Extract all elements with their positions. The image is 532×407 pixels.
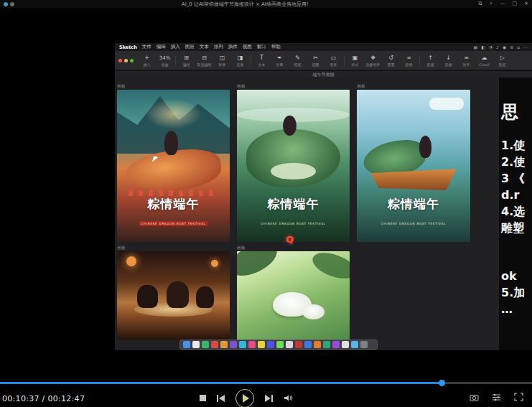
- status-icon-2[interactable]: ◔: [489, 45, 493, 50]
- menu-arrange[interactable]: 排列: [214, 44, 223, 50]
- dock-app-icon[interactable]: [351, 341, 358, 348]
- toolbar-cloud[interactable]: ☁ Cloud: [477, 55, 492, 67]
- document-title[interactable]: 端午节海报: [115, 71, 532, 78]
- close-traffic-icon[interactable]: [118, 59, 122, 62]
- play-button[interactable]: [235, 389, 254, 407]
- playlist-button[interactable]: [492, 393, 501, 401]
- toolbar-shape[interactable]: ▭ 形状: [326, 55, 341, 67]
- minimize-traffic-icon[interactable]: [124, 59, 128, 62]
- snapshot-button[interactable]: [470, 393, 479, 401]
- dock-app-icon[interactable]: [220, 341, 228, 348]
- toolbar-ungroup[interactable]: ⊟ 取消编组: [197, 55, 212, 67]
- image-art-lantern: [126, 256, 136, 266]
- toolbar-link[interactable]: ∞ 链接: [401, 55, 416, 67]
- artboard-label[interactable]: 画板: [117, 83, 126, 88]
- dock-app-icon[interactable]: [230, 341, 237, 348]
- dock-app-icon[interactable]: [202, 341, 209, 348]
- toolbar-backward[interactable]: ↓ 后移: [441, 55, 456, 67]
- dock-app-icon[interactable]: [211, 341, 218, 348]
- dock-app-icon[interactable]: [239, 341, 246, 348]
- menu-window[interactable]: 窗口: [257, 44, 266, 50]
- sketch-canvas[interactable]: 画板 画板 画板 画板 画板 粽情端午 CHINESE DRAGON BOAT …: [115, 78, 499, 350]
- status-icon-7[interactable]: ⋯: [523, 45, 528, 50]
- dock-app-icon[interactable]: [314, 341, 321, 348]
- artboard-label[interactable]: 画板: [237, 83, 246, 88]
- poster-dragon-boat-3[interactable]: 粽情端午 CHINESE DRAGON BOAT FESTIVAL: [357, 90, 470, 242]
- toolbar-subtract[interactable]: ◨ 差集: [233, 55, 248, 67]
- toolbar-text[interactable]: T 文本: [254, 55, 269, 67]
- toolbar-preview[interactable]: ▷ 预览: [495, 55, 510, 67]
- toolbar-group[interactable]: ⊞ 编组: [179, 55, 194, 67]
- toolbar-vector[interactable]: ✒ 矢量: [272, 55, 287, 67]
- plus-icon: +: [144, 55, 149, 62]
- toolbar-union[interactable]: ◫ 联集: [215, 55, 230, 67]
- fullscreen-button[interactable]: [514, 393, 523, 401]
- status-icon-4[interactable]: ◉: [503, 45, 506, 50]
- toolbar-align[interactable]: ≡ 对齐: [459, 55, 474, 67]
- status-icon-0[interactable]: ▤: [473, 45, 477, 50]
- menu-edit[interactable]: 编辑: [157, 44, 166, 50]
- menu-insert[interactable]: 插入: [171, 44, 180, 50]
- progress-knob[interactable]: [439, 380, 445, 386]
- toolbar-insert[interactable]: + 插入: [139, 55, 154, 67]
- arrow-down-icon: ↓: [446, 55, 451, 62]
- note-line: 1.使: [501, 137, 532, 154]
- status-icon-3[interactable]: ♪: [496, 45, 499, 50]
- toolbar-pencil[interactable]: ✎ 铅笔: [290, 55, 305, 67]
- status-icon-6[interactable]: ⌂: [517, 45, 520, 50]
- status-icon-1[interactable]: ◧: [481, 45, 485, 50]
- image-leaves-dumpling[interactable]: [237, 251, 350, 340]
- dock-app-icon[interactable]: [332, 341, 340, 348]
- toolbar-slice[interactable]: ✂ 切图: [308, 55, 323, 67]
- image-art-leaf: [309, 251, 350, 283]
- dock-app-icon[interactable]: [267, 341, 274, 348]
- artboard-label[interactable]: 画板: [117, 245, 126, 250]
- pip-icon[interactable]: ⧉: [479, 0, 482, 8]
- dock-app-icon[interactable]: [248, 341, 256, 348]
- dock-app-icon[interactable]: [323, 341, 330, 348]
- menu-plugins[interactable]: 插件: [228, 44, 238, 50]
- dock-app-icon[interactable]: [286, 341, 293, 348]
- toolbar-separator: [251, 55, 251, 65]
- toolbar-forward[interactable]: ↑ 前移: [423, 55, 438, 67]
- style-icon: ▣: [353, 55, 358, 62]
- minimize-button[interactable]: —: [500, 0, 505, 8]
- artboard-label[interactable]: 画板: [237, 245, 246, 250]
- boost-icon[interactable]: ⚡: [490, 0, 493, 8]
- next-button[interactable]: [265, 395, 273, 402]
- dock-app-icon[interactable]: [183, 341, 190, 348]
- image-family-scene[interactable]: [117, 251, 230, 340]
- menu-text[interactable]: 文本: [200, 44, 209, 50]
- menu-file[interactable]: 文件: [142, 44, 151, 50]
- poster-art-girl: [164, 131, 178, 155]
- menu-view[interactable]: 视图: [243, 44, 252, 50]
- zoom-traffic-icon[interactable]: [130, 59, 134, 62]
- poster-dragon-boat-2[interactable]: 粽情端午 CHINESE DRAGON BOAT FESTIVAL: [237, 90, 350, 242]
- menu-help[interactable]: 帮助: [271, 44, 281, 50]
- menu-layer[interactable]: 图层: [185, 44, 195, 50]
- dock-app-icon[interactable]: [258, 341, 265, 348]
- status-icon-5[interactable]: ≋: [510, 45, 513, 50]
- dock-app-icon[interactable]: [342, 341, 349, 348]
- poster-dragon-boat-1[interactable]: 粽情端午 CHINESE DRAGON BOAT FESTIVAL: [117, 90, 230, 242]
- toolbar-reset[interactable]: ↺ 重置: [383, 55, 398, 67]
- maximize-button[interactable]: □: [513, 0, 518, 8]
- poster-art-cloud: [429, 98, 463, 110]
- menu-sketch[interactable]: Sketch: [119, 45, 137, 50]
- dock-app-icon[interactable]: [192, 341, 200, 348]
- toolbar-style[interactable]: ▣ 样式: [347, 55, 363, 67]
- dock-app-icon[interactable]: [295, 341, 302, 348]
- toolbar-create-symbol[interactable]: ❖ 创建组件: [365, 55, 381, 67]
- player-badge-icon: [10, 2, 14, 6]
- dock-app-icon[interactable]: [360, 341, 368, 348]
- volume-button[interactable]: [284, 391, 294, 405]
- notes-window[interactable]: 思 1.使 2.使 3 《 d.r 4.选 雕塑 ok 5.加 …: [499, 51, 532, 350]
- dock-app-icon[interactable]: [276, 341, 284, 348]
- close-button[interactable]: ✕: [524, 0, 528, 8]
- previous-button[interactable]: [217, 395, 225, 402]
- stop-button[interactable]: [200, 395, 206, 401]
- dock-app-icon[interactable]: [304, 341, 312, 348]
- toolbar-zoom[interactable]: 34% 缩放: [157, 55, 172, 67]
- artboard-label[interactable]: 画板: [357, 83, 365, 88]
- progress-bar[interactable]: [0, 382, 532, 384]
